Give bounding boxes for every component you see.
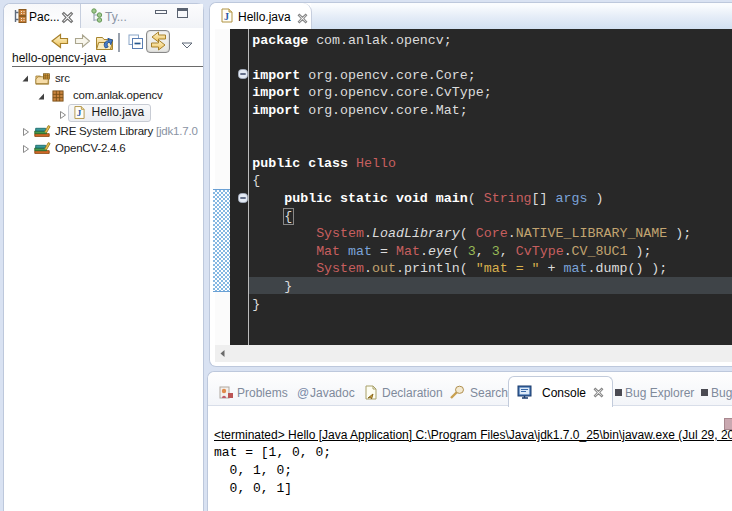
- svg-text:J: J: [77, 108, 82, 118]
- svg-text:J: J: [224, 11, 229, 22]
